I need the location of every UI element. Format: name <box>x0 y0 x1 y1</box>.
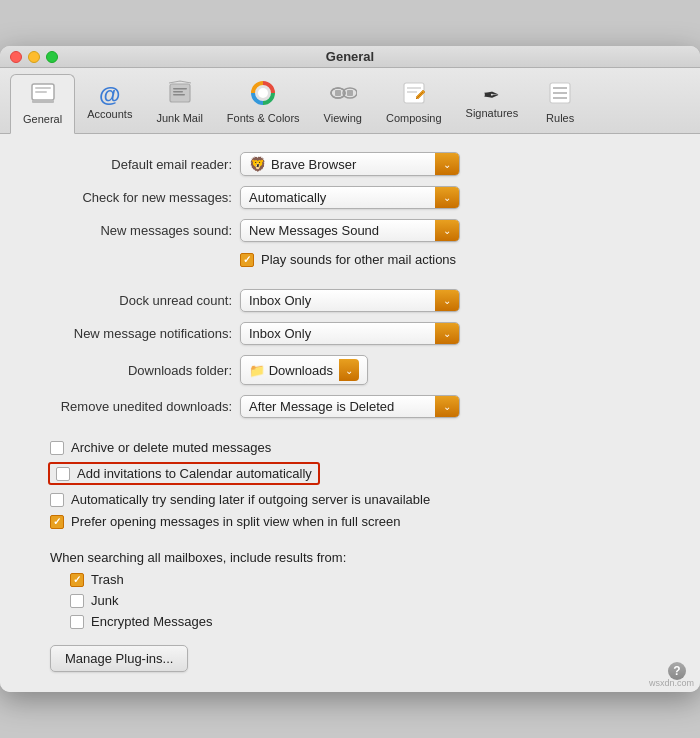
new-messages-sound-control: New Messages Sound ⌄ <box>240 219 680 242</box>
toolbar-label-fonts-colors: Fonts & Colors <box>227 112 300 124</box>
play-sounds-label: Play sounds for other mail actions <box>261 252 456 267</box>
default-email-reader-arrow: ⌄ <box>435 153 459 175</box>
new-message-notifications-select[interactable]: Inbox Only ⌄ <box>240 322 460 345</box>
archive-delete-checkbox[interactable] <box>50 441 64 455</box>
dock-unread-count-label: Dock unread count: <box>20 293 240 308</box>
prefer-split-view-row: Prefer opening messages in split view wh… <box>20 514 680 529</box>
content-area: Default email reader: 🦁 Brave Browser ⌄ … <box>0 134 700 692</box>
svg-rect-6 <box>173 91 183 93</box>
close-button[interactable] <box>10 51 22 63</box>
remove-unedited-control: After Message is Deleted ⌄ <box>240 395 680 418</box>
toolbar-label-general: General <box>23 113 62 125</box>
downloads-folder-label: Downloads folder: <box>20 363 240 378</box>
manage-plugins-button[interactable]: Manage Plug-ins... <box>50 645 188 672</box>
trash-row: Trash <box>20 572 680 587</box>
junk-checkbox[interactable] <box>70 594 84 608</box>
auto-try-sending-row: Automatically try sending later if outgo… <box>20 492 680 507</box>
junk-row: Junk <box>20 593 680 608</box>
viewing-icon <box>329 80 357 110</box>
remove-unedited-value: After Message is Deleted <box>249 399 394 414</box>
new-message-notifications-label: New message notifications: <box>20 326 240 341</box>
toolbar-item-general[interactable]: General <box>10 74 75 134</box>
accounts-icon: @ <box>99 84 120 106</box>
brave-icon: 🦁 <box>249 156 266 172</box>
svg-rect-2 <box>35 91 47 93</box>
downloads-folder-row: Downloads folder: 📁 Downloads ⌄ <box>20 355 680 385</box>
toolbar-label-signatures: Signatures <box>466 107 519 119</box>
new-message-notifications-value: Inbox Only <box>249 326 311 341</box>
downloads-folder-value: Downloads <box>269 363 333 378</box>
dock-unread-count-select[interactable]: Inbox Only ⌄ <box>240 289 460 312</box>
add-invitations-highlighted-container: Add invitations to Calendar automaticall… <box>48 462 320 485</box>
composing-icon <box>401 80 427 110</box>
prefer-split-view-checkbox[interactable] <box>50 515 64 529</box>
check-new-messages-arrow: ⌄ <box>435 187 459 208</box>
add-invitations-checkbox[interactable] <box>56 467 70 481</box>
toolbar-item-fonts-colors[interactable]: Fonts & Colors <box>215 74 312 133</box>
new-message-notifications-arrow: ⌄ <box>435 323 459 344</box>
default-email-reader-row: Default email reader: 🦁 Brave Browser ⌄ <box>20 152 680 176</box>
default-email-reader-select[interactable]: 🦁 Brave Browser ⌄ <box>240 152 460 176</box>
remove-unedited-select[interactable]: After Message is Deleted ⌄ <box>240 395 460 418</box>
remove-unedited-label: Remove unedited downloads: <box>20 399 240 414</box>
check-new-messages-row: Check for new messages: Automatically ⌄ <box>20 186 680 209</box>
minimize-button[interactable] <box>28 51 40 63</box>
fonts-colors-icon <box>250 80 276 110</box>
new-messages-sound-select[interactable]: New Messages Sound ⌄ <box>240 219 460 242</box>
downloads-folder-arrow: ⌄ <box>339 359 359 381</box>
check-new-messages-control: Automatically ⌄ <box>240 186 680 209</box>
remove-unedited-row: Remove unedited downloads: After Message… <box>20 395 680 418</box>
downloads-folder-select[interactable]: 📁 Downloads ⌄ <box>240 355 368 385</box>
default-email-reader-control: 🦁 Brave Browser ⌄ <box>240 152 680 176</box>
dock-unread-count-arrow: ⌄ <box>435 290 459 311</box>
toolbar-label-viewing: Viewing <box>324 112 362 124</box>
svg-rect-13 <box>335 90 341 96</box>
toolbar-label-composing: Composing <box>386 112 442 124</box>
new-messages-sound-value: New Messages Sound <box>249 223 379 238</box>
new-messages-sound-row: New messages sound: New Messages Sound ⌄ <box>20 219 680 242</box>
toolbar-item-composing[interactable]: Composing <box>374 74 454 133</box>
toolbar-item-signatures[interactable]: ✒ Signatures <box>454 74 531 133</box>
svg-rect-7 <box>173 94 185 96</box>
window-controls <box>10 51 58 63</box>
check-new-messages-label: Check for new messages: <box>20 190 240 205</box>
svg-rect-3 <box>32 100 54 103</box>
toolbar-label-rules: Rules <box>546 112 574 124</box>
new-message-notifications-row: New message notifications: Inbox Only ⌄ <box>20 322 680 345</box>
encrypted-label: Encrypted Messages <box>91 614 212 629</box>
junk-mail-icon <box>167 80 193 110</box>
toolbar-item-rules[interactable]: Rules <box>530 74 590 133</box>
auto-try-sending-checkbox[interactable] <box>50 493 64 507</box>
remove-unedited-arrow: ⌄ <box>435 396 459 417</box>
dock-unread-count-row: Dock unread count: Inbox Only ⌄ <box>20 289 680 312</box>
svg-rect-14 <box>347 90 353 96</box>
svg-point-9 <box>258 88 268 98</box>
toolbar-label-accounts: Accounts <box>87 108 132 120</box>
svg-rect-1 <box>35 87 51 89</box>
trash-checkbox[interactable] <box>70 573 84 587</box>
encrypted-row: Encrypted Messages <box>20 614 680 629</box>
default-email-reader-label: Default email reader: <box>20 157 240 172</box>
auto-try-sending-label: Automatically try sending later if outgo… <box>71 492 430 507</box>
play-sounds-row: Play sounds for other mail actions <box>20 252 680 267</box>
check-new-messages-select[interactable]: Automatically ⌄ <box>240 186 460 209</box>
toolbar-label-junk-mail: Junk Mail <box>156 112 202 124</box>
watermark: wsxdn.com <box>649 678 694 688</box>
toolbar-item-viewing[interactable]: Viewing <box>312 74 374 133</box>
downloads-folder-icon: 📁 <box>249 363 265 378</box>
rules-icon <box>547 80 573 110</box>
play-sounds-checkbox[interactable] <box>240 253 254 267</box>
toolbar-item-accounts[interactable]: @ Accounts <box>75 74 144 133</box>
signatures-icon: ✒ <box>483 85 500 105</box>
trash-label: Trash <box>91 572 124 587</box>
new-message-notifications-control: Inbox Only ⌄ <box>240 322 680 345</box>
new-messages-sound-arrow: ⌄ <box>435 220 459 241</box>
maximize-button[interactable] <box>46 51 58 63</box>
downloads-folder-control: 📁 Downloads ⌄ <box>240 355 680 385</box>
encrypted-checkbox[interactable] <box>70 615 84 629</box>
toolbar-item-junk-mail[interactable]: Junk Mail <box>144 74 214 133</box>
new-messages-sound-label: New messages sound: <box>20 223 240 238</box>
add-invitations-label: Add invitations to Calendar automaticall… <box>77 466 312 481</box>
dock-unread-count-control: Inbox Only ⌄ <box>240 289 680 312</box>
searching-label: When searching all mailboxes, include re… <box>20 550 680 565</box>
